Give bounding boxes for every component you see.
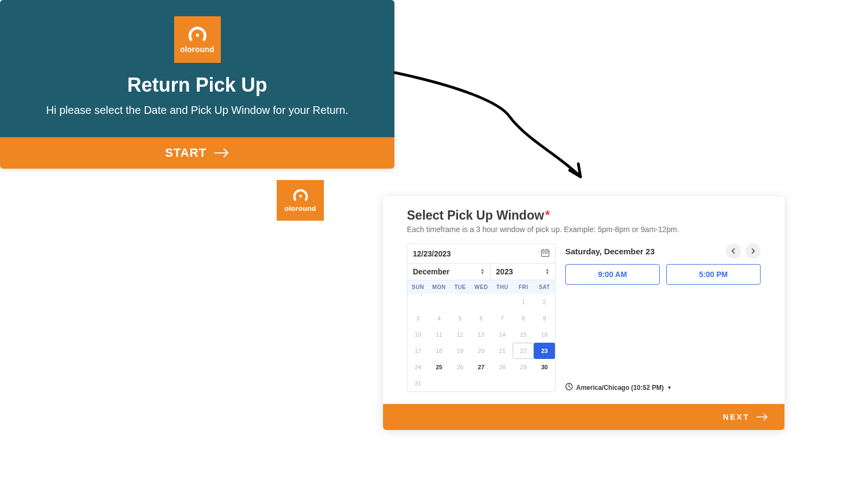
calendar-day[interactable]: 21: [492, 343, 513, 359]
arrow-right-icon: [214, 148, 229, 158]
welcome-body: oloround Return Pick Up Hi please select…: [0, 0, 394, 137]
calendar-day: [450, 294, 471, 310]
calendar-day[interactable]: 25: [429, 359, 450, 375]
brand-name: oloround: [180, 45, 214, 54]
dow: THU: [492, 280, 513, 294]
welcome-subtitle: Hi please select the Date and Pick Up Wi…: [22, 104, 373, 117]
prev-day-button[interactable]: [726, 243, 741, 259]
calendar-day[interactable]: 10: [407, 326, 429, 343]
calendar-day[interactable]: 4: [429, 310, 450, 326]
calendar-day[interactable]: 22: [513, 343, 534, 359]
calendar-day[interactable]: 24: [407, 359, 429, 375]
calendar-day[interactable]: 28: [492, 359, 513, 375]
calendar-icon: [541, 248, 550, 259]
start-label: START: [165, 146, 207, 160]
calendar-dow-header: SUN MON TUE WED THU FRI SAT: [407, 280, 555, 294]
chevron-down-icon: ▼: [667, 385, 672, 390]
flow-arrow-icon: [392, 69, 592, 189]
calendar-day[interactable]: 13: [471, 326, 492, 343]
calendar-day[interactable]: 19: [450, 343, 471, 359]
date-input-value: 12/23/2023: [413, 249, 451, 258]
calendar-day[interactable]: 5: [450, 310, 471, 326]
calendar-day[interactable]: 17: [407, 343, 429, 359]
calendar-day[interactable]: 1: [513, 294, 534, 310]
timeslot-option[interactable]: 5:00 PM: [666, 264, 761, 285]
pickup-window-card: Select Pick Up Window* Each timeframe is…: [383, 196, 784, 430]
calendar-day[interactable]: 14: [492, 326, 513, 343]
timezone-select[interactable]: America/Chicago (10:52 PM) ▼: [565, 351, 761, 392]
dow: SAT: [534, 280, 555, 294]
clock-icon: [565, 383, 573, 392]
calendar-day[interactable]: 23: [534, 343, 555, 359]
calendar-day: [407, 294, 429, 310]
calendar-day[interactable]: 15: [513, 326, 534, 343]
month-select[interactable]: December ▲▼: [407, 264, 490, 280]
spinner-icon: ▲▼: [480, 268, 484, 275]
dow: MON: [429, 280, 450, 294]
selected-date-label: Saturday, December 23: [565, 247, 655, 256]
spinner-icon: ▲▼: [545, 268, 550, 275]
timezone-label: America/Chicago (10:52 PM): [576, 384, 663, 391]
calendar-day[interactable]: 6: [471, 310, 492, 326]
timeslot-panel: Saturday, December 23 9:00 AM 5:00 PM: [565, 243, 761, 392]
svg-point-2: [299, 195, 302, 197]
calendar-day: [471, 375, 492, 391]
section-subtitle: Each timeframe is a 3 hour window of pic…: [407, 225, 761, 234]
svg-rect-8: [545, 253, 546, 254]
calendar: 12/23/2023 December ▲▼ 2023: [407, 243, 556, 392]
dow: WED: [471, 280, 492, 294]
calendar-day[interactable]: 18: [429, 343, 450, 359]
calendar-day: [492, 375, 513, 391]
calendar-day[interactable]: 16: [534, 326, 555, 343]
calendar-day[interactable]: 30: [534, 359, 555, 375]
welcome-title: Return Pick Up: [22, 74, 373, 97]
calendar-day: [534, 375, 555, 391]
calendar-day[interactable]: 9: [534, 310, 555, 326]
dow: FRI: [513, 280, 534, 294]
dow: TUE: [450, 280, 471, 294]
next-day-button[interactable]: [745, 243, 761, 259]
calendar-day[interactable]: 29: [513, 359, 534, 375]
next-label: NEXT: [723, 413, 750, 421]
date-input[interactable]: 12/23/2023: [407, 244, 555, 264]
required-mark: *: [545, 208, 550, 222]
arrow-right-icon: [756, 413, 768, 421]
calendar-day: [471, 294, 492, 310]
next-button[interactable]: NEXT: [383, 404, 784, 430]
dow: SUN: [407, 280, 429, 294]
svg-point-0: [196, 34, 199, 37]
svg-rect-9: [547, 253, 548, 254]
start-button[interactable]: START: [0, 137, 394, 169]
calendar-day[interactable]: 3: [407, 310, 429, 326]
month-label: December: [413, 267, 450, 276]
logo-icon: [291, 188, 310, 203]
calendar-day: [429, 375, 450, 391]
calendar-day[interactable]: 31: [407, 375, 429, 391]
section-title: Select Pick Up Window*: [407, 208, 761, 223]
calendar-day: [429, 294, 450, 310]
floating-brand-logo: oloround: [277, 180, 324, 221]
calendar-day[interactable]: 7: [492, 310, 513, 326]
welcome-card: oloround Return Pick Up Hi please select…: [0, 0, 394, 169]
svg-rect-7: [543, 253, 544, 254]
calendar-day[interactable]: 20: [471, 343, 492, 359]
calendar-day[interactable]: 2: [534, 294, 555, 310]
calendar-day: [492, 294, 513, 310]
calendar-day[interactable]: 8: [513, 310, 534, 326]
brand-name: oloround: [284, 204, 316, 213]
calendar-day: [450, 375, 471, 391]
logo-icon: [187, 25, 208, 44]
timeslot-option[interactable]: 9:00 AM: [565, 264, 660, 285]
calendar-day: [513, 375, 534, 391]
calendar-day[interactable]: 27: [471, 359, 492, 375]
year-select[interactable]: 2023 ▲▼: [490, 264, 555, 280]
calendar-day[interactable]: 12: [450, 326, 471, 343]
year-label: 2023: [496, 267, 513, 276]
brand-logo: oloround: [174, 16, 221, 63]
calendar-body: 1234567891011121314151617181920212223242…: [407, 294, 555, 391]
section-title-text: Select Pick Up Window: [407, 208, 544, 222]
calendar-day[interactable]: 11: [429, 326, 450, 343]
calendar-day[interactable]: 26: [450, 359, 471, 375]
